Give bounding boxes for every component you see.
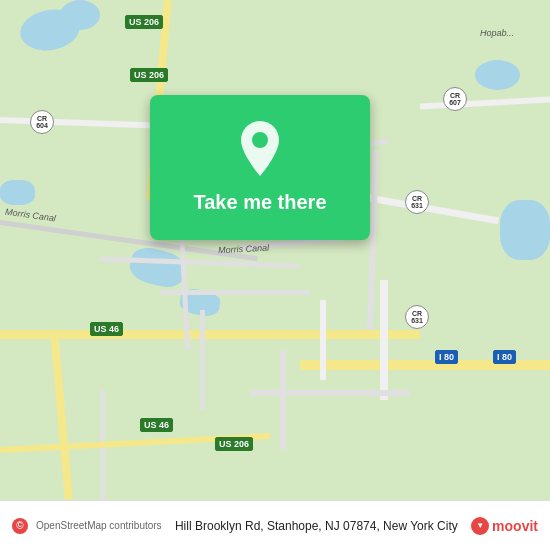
take-me-there-button[interactable]: Take me there <box>150 95 370 240</box>
map-background <box>0 0 550 500</box>
road-shield-us206-mid: US 206 <box>130 68 168 82</box>
water-body <box>0 180 35 205</box>
svg-point-0 <box>252 132 268 148</box>
local-road <box>320 300 326 380</box>
water-body <box>500 200 550 260</box>
local-road <box>160 290 310 295</box>
road-shield-cr604: CR604 <box>30 110 54 134</box>
location-pin-icon <box>236 121 284 181</box>
osm-attribution: OpenStreetMap contributors <box>36 520 162 531</box>
road-shield-us206-bot: US 206 <box>215 437 253 451</box>
road-shield-cr631-bot: CR631 <box>405 305 429 329</box>
moovit-text: moovit <box>492 518 538 534</box>
local-road <box>280 350 286 450</box>
location-text: Hill Brooklyn Rd, Stanhope, NJ 07874, Ne… <box>170 519 463 533</box>
moovit-pin-icon: ▼ <box>471 517 489 535</box>
road-shield-cr607: CR607 <box>443 87 467 111</box>
cta-label: Take me there <box>193 191 326 214</box>
water-body <box>475 60 520 90</box>
road-shield-i80-2: I 80 <box>493 350 516 364</box>
road-shield-us46: US 46 <box>90 322 123 336</box>
local-road <box>250 390 410 396</box>
footer-location-bar: © OpenStreetMap contributors Hill Brookl… <box>0 500 550 550</box>
local-road <box>200 310 205 410</box>
map-view: US 206 US 206 US 206 US 46 US 46 I 80 I … <box>0 0 550 500</box>
moovit-branding: ▼ moovit <box>471 517 538 535</box>
osm-circle-icon: © <box>12 518 28 534</box>
road-shield-cr631-top: CR631 <box>405 190 429 214</box>
road-cr631-vert <box>380 280 388 400</box>
road-shield-i80-1: I 80 <box>435 350 458 364</box>
road-shield-us206-top: US 206 <box>125 15 163 29</box>
road-shield-us46-lower: US 46 <box>140 418 173 432</box>
water-body <box>60 0 100 30</box>
road-us46 <box>0 330 420 339</box>
